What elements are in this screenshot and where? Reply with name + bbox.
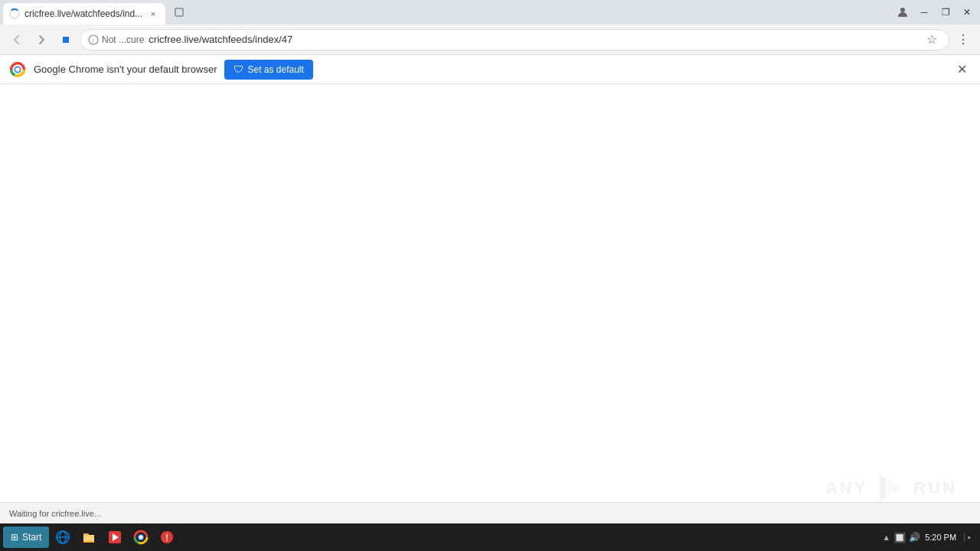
- toolbar-right: ⋮: [952, 29, 974, 51]
- taskbar-right: ▲ 🔲 🔊 5:20 PM ▪: [882, 532, 977, 543]
- anyrun-watermark: ANY RUN: [825, 471, 957, 505]
- taskbar-system-icons: ▲ 🔲 🔊: [882, 532, 920, 543]
- taskbar-volume-icon[interactable]: 🔊: [909, 532, 920, 543]
- taskbar: ⊞ Start: [0, 523, 980, 551]
- svg-point-7: [15, 67, 20, 72]
- active-tab[interactable]: cricfree.live/watchfeeds/ind... ×: [3, 3, 165, 24]
- info-icon: i: [88, 34, 99, 45]
- show-desktop-icon[interactable]: ▪: [964, 533, 971, 542]
- set-default-label: Set as default: [247, 64, 303, 75]
- tab-close-button[interactable]: ×: [147, 8, 159, 20]
- window-controls: ─ ❐ ✕: [893, 2, 977, 22]
- anyrun-logo-icon: [874, 471, 907, 505]
- files-icon: [81, 530, 96, 545]
- infobar-close-button[interactable]: ✕: [952, 60, 971, 79]
- taskbar-chrome-icon: [133, 530, 149, 545]
- svg-text:!: !: [165, 533, 168, 543]
- main-content: [0, 84, 980, 530]
- new-tab-icon: [174, 7, 185, 18]
- taskbar-files-button[interactable]: [77, 527, 101, 548]
- media-icon: [107, 530, 122, 545]
- stop-icon: [60, 34, 71, 45]
- ie-icon: [55, 530, 70, 545]
- taskbar-chrome-button[interactable]: [129, 527, 153, 548]
- tab-title: cricfree.live/watchfeeds/ind...: [24, 8, 142, 19]
- forward-button[interactable]: [31, 29, 52, 51]
- back-icon: [11, 34, 22, 45]
- alert-icon: !: [159, 530, 175, 545]
- taskbar-expand-icon[interactable]: ▲: [882, 533, 890, 542]
- status-text: Waiting for cricfree.live...: [6, 509, 104, 518]
- start-icon: ⊞: [11, 532, 18, 543]
- back-button[interactable]: [6, 29, 28, 51]
- watermark-text: ANY: [825, 478, 867, 498]
- svg-rect-0: [175, 8, 183, 16]
- shield-icon: 🛡: [234, 64, 243, 75]
- user-icon: [896, 5, 910, 19]
- start-label: Start: [22, 532, 41, 543]
- url-display: cricfree.live/watchfeeds/index/47: [149, 34, 918, 45]
- forward-icon: [36, 34, 47, 45]
- taskbar-media-button[interactable]: [103, 527, 127, 548]
- watermark-subtext: RUN: [913, 478, 957, 498]
- new-tab-button[interactable]: [168, 2, 190, 23]
- security-text: Not ...cure: [102, 34, 144, 45]
- taskbar-alert-button[interactable]: !: [155, 527, 179, 548]
- tab-loading-spinner: [9, 8, 20, 19]
- address-bar[interactable]: i Not ...cure cricfree.live/watchfeeds/i…: [80, 29, 949, 51]
- default-browser-message: Google Chrome isn't your default browser: [34, 64, 217, 75]
- svg-rect-2: [63, 37, 69, 43]
- title-bar: cricfree.live/watchfeeds/ind... × ─ ❐ ✕: [0, 0, 980, 24]
- svg-marker-9: [886, 479, 903, 497]
- bookmark-button[interactable]: ☆: [923, 31, 941, 49]
- toolbar: i Not ...cure cricfree.live/watchfeeds/i…: [0, 24, 980, 55]
- svg-point-1: [900, 8, 905, 12]
- start-button[interactable]: ⊞ Start: [3, 527, 49, 548]
- restore-button[interactable]: ❐: [936, 2, 956, 22]
- extensions-button[interactable]: ⋮: [952, 29, 974, 51]
- security-indicator: i Not ...cure: [88, 34, 144, 45]
- set-as-default-button[interactable]: 🛡 Set as default: [224, 60, 312, 80]
- minimize-button[interactable]: ─: [914, 2, 934, 22]
- svg-text:i: i: [93, 37, 94, 44]
- user-icon-button[interactable]: [893, 2, 913, 22]
- taskbar-ie-button[interactable]: [51, 527, 75, 548]
- reload-button[interactable]: [55, 29, 77, 51]
- chrome-logo: [9, 61, 26, 78]
- close-button[interactable]: ✕: [957, 2, 977, 22]
- status-bar: Waiting for cricfree.live...: [0, 502, 980, 523]
- taskbar-network-icon: 🔲: [893, 532, 906, 543]
- default-browser-infobar: Google Chrome isn't your default browser…: [0, 55, 980, 84]
- svg-point-16: [139, 536, 143, 540]
- taskbar-time: 5:20 PM: [925, 533, 956, 542]
